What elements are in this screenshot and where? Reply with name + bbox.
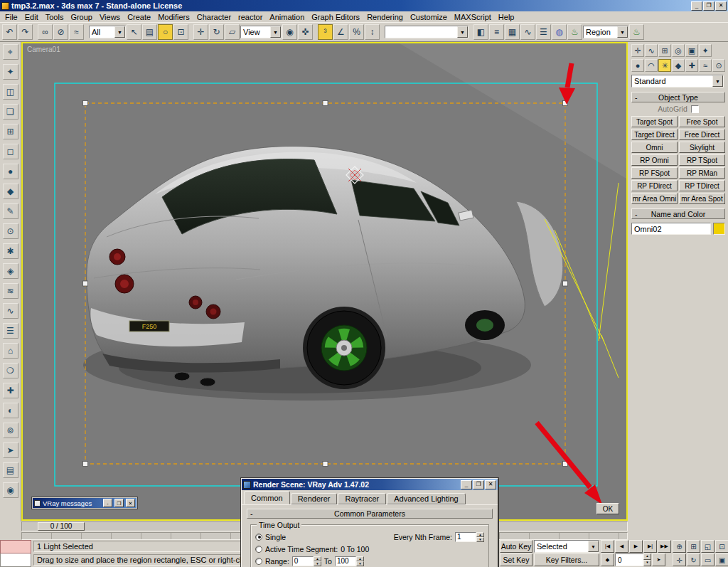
- helpers-category-icon[interactable]: ✚: [685, 59, 698, 72]
- object-type-button[interactable]: Free Direct: [679, 129, 725, 140]
- spinner-arrows[interactable]: ▲ ▼: [476, 532, 484, 542]
- select-and-manipulate-icon[interactable]: ✜: [298, 24, 313, 40]
- every-nth-frame-value[interactable]: 1: [455, 532, 476, 542]
- snaps-toggle-icon[interactable]: ³: [318, 24, 333, 40]
- left-toolbar-icon[interactable]: ⊚: [3, 423, 18, 438]
- systems-category-icon[interactable]: ⊙: [712, 59, 725, 72]
- go-to-start-icon[interactable]: |◀: [601, 540, 614, 553]
- left-toolbar-icon[interactable]: ∿: [3, 303, 18, 319]
- menu-item[interactable]: Graph Editors: [308, 12, 363, 22]
- menu-item[interactable]: File: [1, 12, 21, 22]
- space-warps-category-icon[interactable]: ≈: [699, 59, 712, 72]
- lights-category-icon[interactable]: ✳: [658, 59, 671, 72]
- active-time-segment-radio[interactable]: [255, 546, 262, 553]
- menu-item[interactable]: Help: [495, 12, 518, 22]
- menu-item[interactable]: Tools: [42, 12, 68, 22]
- walk-through-icon[interactable]: ▭: [701, 553, 714, 566]
- left-toolbar-icon[interactable]: ≋: [3, 283, 18, 299]
- select-and-link-icon[interactable]: ∞: [38, 24, 53, 40]
- auto-key-button[interactable]: Auto Key: [500, 540, 532, 553]
- menu-item[interactable]: reactor: [235, 12, 266, 22]
- left-toolbar-icon[interactable]: ✦: [3, 64, 18, 80]
- range-from-value[interactable]: 0: [292, 556, 314, 566]
- motion-tab-icon[interactable]: ◎: [672, 44, 685, 57]
- display-tab-icon[interactable]: ▣: [685, 44, 698, 57]
- previous-frame-icon[interactable]: ◀: [615, 540, 628, 553]
- dropdown-arrow-icon[interactable]: ▼: [617, 26, 628, 38]
- listener-script-pane[interactable]: [0, 553, 31, 567]
- camera-viewport[interactable]: Camera01: [21, 42, 628, 521]
- use-pivot-center-icon[interactable]: ◉: [282, 24, 297, 40]
- undo-icon[interactable]: ↶: [2, 24, 17, 40]
- left-toolbar-icon[interactable]: ✎: [3, 203, 18, 219]
- common-parameters-rollout[interactable]: - Common Parameters: [247, 509, 493, 519]
- name-and-color-rollout[interactable]: - Name and Color: [631, 208, 725, 219]
- zoom-region-icon[interactable]: ⊡: [715, 540, 728, 553]
- left-toolbar-icon[interactable]: ◫: [3, 84, 18, 100]
- bind-to-space-warp-icon[interactable]: ≈: [69, 24, 84, 40]
- arc-rotate-icon[interactable]: ↻: [687, 553, 700, 566]
- left-toolbar-icon[interactable]: ◉: [3, 482, 18, 498]
- render-type-dropdown[interactable]: Region ▼: [583, 26, 628, 38]
- object-type-rollout[interactable]: - Object Type: [631, 92, 725, 102]
- next-frame-icon[interactable]: ▶|: [643, 540, 657, 553]
- spinner-up-icon[interactable]: ▲: [643, 553, 651, 560]
- object-type-button[interactable]: Target Spot: [631, 116, 678, 127]
- key-filters-button[interactable]: Key Filters...: [534, 553, 599, 566]
- dialog-restore-button[interactable]: ❐: [473, 480, 484, 489]
- listener-macro-pane[interactable]: [0, 540, 31, 553]
- menu-item[interactable]: Edit: [21, 12, 42, 22]
- named-selection-sets-dropdown[interactable]: ▼: [385, 26, 469, 38]
- spinner-down-icon[interactable]: ▼: [643, 560, 651, 566]
- vray-minimize-button[interactable]: -: [103, 499, 112, 507]
- menu-item[interactable]: Rendering: [363, 12, 407, 22]
- left-toolbar-icon[interactable]: ⊞: [3, 124, 18, 139]
- single-radio[interactable]: [255, 534, 262, 541]
- object-type-button[interactable]: RP FSpot: [631, 167, 678, 179]
- spinner-up-icon[interactable]: ▲: [314, 556, 321, 561]
- unlink-selection-icon[interactable]: ⊘: [53, 24, 68, 40]
- dialog-close-button[interactable]: ✕: [485, 480, 496, 489]
- modify-tab-icon[interactable]: ∿: [645, 44, 658, 57]
- spinner-up-icon[interactable]: ▲: [476, 532, 484, 537]
- spinner-down-icon[interactable]: ▼: [314, 561, 321, 566]
- range-radio[interactable]: [255, 558, 262, 565]
- region-render-ok-button[interactable]: OK: [596, 503, 619, 514]
- set-key-button[interactable]: Set Key: [500, 553, 532, 566]
- left-toolbar-icon[interactable]: ⌖: [3, 44, 18, 60]
- object-type-button[interactable]: RP Omni: [631, 154, 678, 166]
- menu-item[interactable]: Create: [124, 12, 154, 22]
- minimize-button[interactable]: _: [691, 1, 702, 11]
- maxscript-mini-listener[interactable]: [0, 540, 31, 567]
- object-type-button[interactable]: mr Area Omni: [631, 193, 678, 204]
- left-toolbar-icon[interactable]: ◐: [3, 403, 18, 418]
- go-to-end-icon[interactable]: ➤: [652, 553, 665, 566]
- render-scene-dialog[interactable]: Render Scene: VRay Adv 1.47.02 _ ❐ ✕ Com…: [241, 478, 498, 567]
- maximize-viewport-icon[interactable]: ▣: [715, 553, 728, 566]
- zoom-extents-icon[interactable]: ◱: [701, 540, 714, 553]
- object-type-button[interactable]: RP TDirect: [679, 180, 725, 191]
- render-scene-icon[interactable]: ♨: [567, 24, 582, 40]
- spinner-snap-icon[interactable]: ↕: [365, 24, 380, 40]
- menu-item[interactable]: Modifiers: [154, 12, 193, 22]
- viewport-label[interactable]: Camera01: [27, 46, 60, 53]
- menu-item[interactable]: Animation: [266, 12, 308, 22]
- curve-editor-icon[interactable]: ∿: [520, 24, 535, 40]
- key-mode-toggle-icon[interactable]: ◆: [601, 553, 614, 566]
- object-type-button[interactable]: Free Spot: [679, 116, 725, 127]
- render-dialog-tab[interactable]: Renderer: [291, 493, 338, 504]
- material-editor-icon[interactable]: ◍: [552, 24, 567, 40]
- select-object-icon[interactable]: ↖: [127, 24, 141, 40]
- autogrid-checkbox[interactable]: [691, 105, 699, 113]
- go-to-end-icon[interactable]: ▶▶: [658, 540, 671, 553]
- dialog-minimize-button[interactable]: _: [461, 480, 472, 489]
- dropdown-arrow-icon[interactable]: ▼: [712, 75, 723, 87]
- angle-snap-icon[interactable]: ∠: [333, 24, 348, 40]
- dropdown-arrow-icon[interactable]: ▼: [270, 26, 281, 38]
- light-class-dropdown[interactable]: Standard ▼: [631, 75, 724, 88]
- redo-icon[interactable]: ↷: [18, 24, 33, 40]
- left-toolbar-icon[interactable]: ❏: [3, 104, 18, 120]
- spinner-arrows[interactable]: ▲ ▼: [356, 556, 364, 566]
- percent-snap-icon[interactable]: %: [349, 24, 364, 40]
- layer-manager-icon[interactable]: ▦: [505, 24, 520, 40]
